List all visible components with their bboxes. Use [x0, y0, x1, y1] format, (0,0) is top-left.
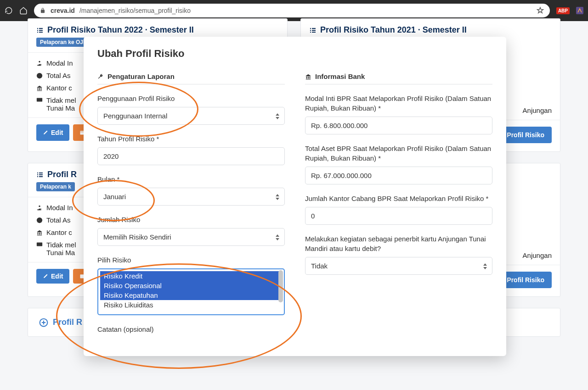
address-bar[interactable]: creva.id/manajemen_risiko/semua_profil_r… [34, 4, 550, 17]
modal-inti-input[interactable] [305, 117, 492, 134]
bank-icon [36, 229, 43, 236]
bank-info-col: Informasi Bank Modal Inti BPR Saat Melap… [305, 72, 492, 338]
card-icon [36, 96, 43, 103]
atm-select[interactable]: Tidak [305, 257, 492, 275]
url-host: creva.id [51, 7, 75, 14]
tahun-label: Tahun Profil Risiko * [97, 134, 285, 144]
lock-icon [40, 7, 46, 14]
abp-extension-icon[interactable]: ABP [556, 7, 570, 14]
add-profile-label: Profil R [53, 318, 82, 327]
penggunaan-label: Penggunaan Profil Risiko [97, 94, 285, 103]
cabang-label: Jumlah Kantor Cabang BPR Saat Melaporkan… [305, 194, 492, 203]
reload-icon[interactable] [5, 6, 13, 15]
bulan-select[interactable]: Januari [97, 188, 285, 206]
modal-title: Ubah Profil Risiko [97, 48, 492, 60]
svg-rect-7 [37, 243, 42, 246]
cabang-input[interactable] [305, 207, 492, 225]
tahun-input[interactable] [97, 147, 285, 165]
ojk-badge: Pelaporan ke OJK [36, 38, 91, 47]
option-risiko-kepatuhan[interactable]: Risiko Kepatuhan [100, 290, 282, 300]
edit-button[interactable]: Edit [36, 269, 69, 284]
edit-button[interactable]: Edit [36, 124, 69, 141]
pencil-icon [43, 130, 48, 135]
section-report-settings: Pengaturan Laporan [97, 72, 285, 84]
svg-point-6 [37, 217, 42, 223]
total-aset-label: Total Aset BPR Saat Melaporkan Profil Ri… [305, 144, 492, 163]
url-path: /manajemen_risiko/semua_profil_risiko [79, 7, 191, 14]
profil-risiko-button[interactable]: Profil Risiko [499, 127, 552, 143]
option-risiko-kredit[interactable]: Risiko Kredit [100, 271, 282, 281]
ojk-badge: Pelaporan k [36, 182, 75, 191]
info-icon [36, 72, 43, 79]
list-icon [36, 171, 44, 178]
pilih-risiko-multiselect[interactable]: Risiko Kredit Risiko Operasional Risiko … [97, 268, 285, 315]
option-risiko-likuiditas[interactable]: Risiko Likuiditas [100, 300, 282, 310]
card-title: Profil Risiko Tahun 2022 · Semester II [36, 25, 279, 35]
edit-risk-profile-modal: Ubah Profil Risiko Pengaturan Laporan Pe… [84, 37, 506, 356]
bulan-label: Bulan * [97, 174, 285, 184]
total-aset-input[interactable] [305, 167, 492, 184]
jumlah-label: Jumlah Risiko [97, 215, 285, 224]
jumlah-select[interactable]: Memilih Risiko Sendiri [97, 228, 285, 246]
svg-rect-3 [37, 98, 42, 102]
report-settings-col: Pengaturan Laporan Penggunaan Profil Ris… [97, 72, 285, 338]
list-icon [309, 27, 317, 34]
home-icon[interactable] [19, 6, 28, 15]
bank-icon [305, 73, 311, 80]
card-icon [36, 241, 43, 247]
pilih-risiko-label: Pilih Risiko [97, 255, 285, 265]
penggunaan-select[interactable]: Penggunaan Internal [97, 107, 285, 125]
plus-circle-icon [39, 318, 48, 327]
info-icon [36, 217, 43, 223]
svg-point-1 [39, 61, 40, 62]
modal-inti-label: Modal Inti BPR Saat Melaporkan Profil Ri… [305, 94, 492, 113]
option-risiko-operasional[interactable]: Risiko Operasional [100, 281, 282, 290]
svg-point-5 [39, 205, 40, 207]
bank-icon [36, 85, 43, 91]
catatan-label: Catatan (opsional) [97, 324, 285, 334]
hand-coin-icon [36, 60, 43, 67]
multiselect-scrollbar[interactable] [278, 270, 283, 302]
hand-coin-icon [36, 205, 43, 211]
svg-point-2 [37, 72, 42, 78]
star-icon[interactable] [536, 6, 544, 15]
wrench-icon [97, 73, 104, 80]
list-icon [36, 27, 44, 34]
section-bank-info: Informasi Bank [305, 72, 492, 84]
card-title: Profil Risiko Tahun 2021 · Semester II [309, 25, 552, 35]
pencil-icon [43, 273, 48, 279]
profil-risiko-button[interactable]: Profil Risiko [499, 272, 552, 288]
extension-icon[interactable] [576, 7, 583, 14]
atm-label: Melakukan kegiatan sebagai penerbit kart… [305, 234, 492, 253]
